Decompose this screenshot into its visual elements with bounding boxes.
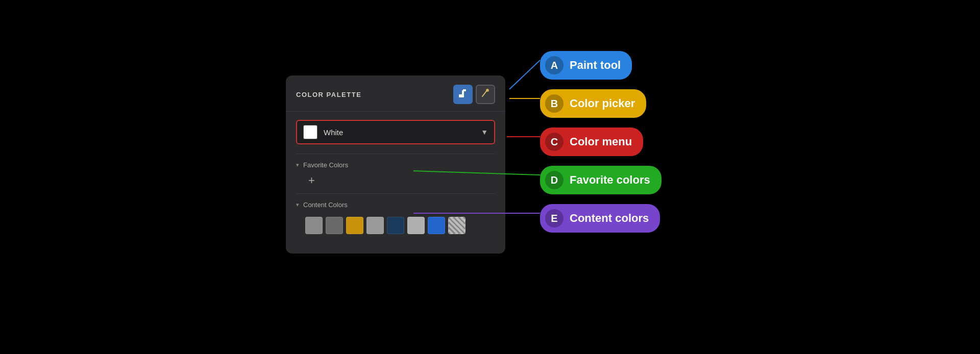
color-picker-button[interactable] (476, 85, 495, 104)
svg-point-4 (486, 89, 489, 92)
label-c-row: C Color menu (540, 128, 643, 156)
swatch-blue[interactable] (428, 217, 445, 234)
paint-tool-button[interactable] (453, 85, 473, 104)
palette-panel: COLOR PALETTE (286, 75, 505, 254)
swatch-gray3[interactable] (366, 217, 384, 234)
label-a-badge: A Paint tool (540, 51, 632, 80)
content-colors-swatches (305, 215, 495, 236)
color-menu-label: White (324, 128, 477, 137)
svg-rect-2 (463, 89, 466, 91)
color-menu-dropdown[interactable]: White ▼ (296, 120, 495, 144)
content-colors-section: ▾ Content Colors (296, 193, 495, 243)
label-d-badge: D Favorite colors (540, 166, 662, 194)
label-a-row: A Paint tool (540, 51, 632, 80)
content-colors-header[interactable]: ▾ Content Colors (296, 199, 495, 212)
label-c-badge: C Color menu (540, 128, 643, 156)
panel-body: White ▼ ▾ Favorite Colors + ▾ Content Co… (286, 112, 505, 243)
content-colors-content (296, 212, 495, 238)
swatch-lightgray[interactable] (407, 217, 425, 234)
panel-title: COLOR PALETTE (296, 91, 361, 98)
label-b-badge: B Color picker (540, 89, 646, 118)
label-d-text: Favorite colors (570, 173, 650, 187)
label-c-letter: C (545, 133, 564, 151)
swatch-striped[interactable] (448, 217, 465, 234)
favorite-colors-section: ▾ Favorite Colors + (296, 154, 495, 193)
color-picker-icon (480, 88, 491, 101)
dropdown-arrow-icon: ▼ (481, 128, 488, 136)
panel-icons (453, 85, 495, 104)
color-swatch-white (303, 125, 317, 139)
label-a-text: Paint tool (570, 59, 621, 72)
favorite-colors-header[interactable]: ▾ Favorite Colors (296, 159, 495, 172)
label-b-letter: B (545, 94, 564, 113)
favorite-colors-content: + (296, 172, 495, 188)
label-d-letter: D (545, 171, 564, 189)
swatch-navy[interactable] (387, 217, 404, 234)
label-c-text: Color menu (570, 135, 632, 148)
swatch-gray2[interactable] (326, 217, 343, 234)
favorite-colors-label: Favorite Colors (303, 161, 348, 169)
swatch-gray1[interactable] (305, 217, 323, 234)
label-b-text: Color picker (570, 97, 635, 110)
label-e-badge: E Content colors (540, 204, 660, 233)
label-e-letter: E (545, 209, 564, 227)
label-a-letter: A (545, 56, 564, 74)
label-e-row: E Content colors (540, 204, 660, 233)
label-b-row: B Color picker (540, 89, 646, 118)
svg-line-5 (509, 60, 540, 89)
label-e-text: Content colors (570, 212, 649, 225)
swatch-gold[interactable] (346, 217, 363, 234)
label-d-row: D Favorite colors (540, 166, 662, 194)
paint-tool-icon (458, 88, 468, 101)
add-favorite-color-button[interactable]: + (305, 175, 318, 186)
favorite-colors-chevron: ▾ (296, 162, 299, 168)
content-colors-label: Content Colors (303, 201, 348, 209)
content-colors-chevron: ▾ (296, 201, 299, 208)
panel-header: COLOR PALETTE (286, 75, 505, 112)
